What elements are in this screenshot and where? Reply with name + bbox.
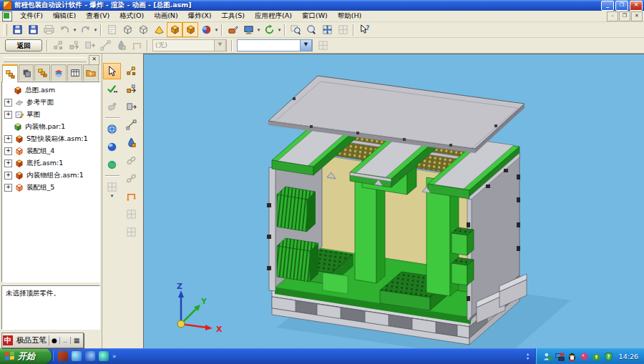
shaded-edges-view-button[interactable] [182, 22, 198, 37]
tree-row-base-asm[interactable]: 底托.asm:1 [3, 157, 99, 169]
shaded-sphere-button[interactable] [103, 139, 121, 155]
refresh-view-button[interactable] [261, 22, 277, 37]
redo-dropdown[interactable] [93, 23, 98, 36]
drop-part-button[interactable] [122, 134, 140, 151]
save-button[interactable] [9, 22, 25, 37]
ime-keyboard-icon[interactable] [71, 337, 82, 344]
menu-view[interactable]: 查看(V) [81, 11, 114, 21]
more-tools-button[interactable] [103, 179, 121, 195]
expander-icon[interactable] [4, 99, 12, 107]
tree-row-group4[interactable]: 装配组_4 [3, 145, 99, 157]
erase-button[interactable] [103, 99, 121, 115]
tree-row-box-asm[interactable]: S型快装箱体.asm:1 [3, 133, 99, 145]
configuration-combo[interactable]: (无) [152, 39, 227, 51]
menu-tools[interactable]: 工具(S) [217, 11, 250, 21]
ime-mode-button[interactable]: 中 [3, 335, 13, 345]
collapse-button[interactable] [122, 117, 140, 133]
expander-icon[interactable] [4, 111, 12, 119]
zoom-area-button[interactable] [288, 22, 303, 37]
browser-globe-icon[interactable] [99, 351, 109, 361]
fit-view-button[interactable] [319, 22, 335, 37]
tool-settings-button[interactable] [225, 22, 240, 37]
expander-icon[interactable] [4, 147, 12, 155]
named-views-dropdown[interactable] [256, 23, 261, 36]
tab-layers[interactable] [51, 64, 67, 81]
wireframe-view-button[interactable] [119, 22, 135, 37]
explode-option-2-button[interactable] [66, 38, 82, 53]
explode-option-3-button[interactable] [82, 38, 97, 53]
validate-button[interactable] [103, 81, 121, 97]
render-sphere-button[interactable] [198, 22, 214, 37]
print-button[interactable] [41, 22, 57, 37]
context-help-button[interactable] [356, 22, 372, 37]
taskbar-scroll-arrows-icon[interactable] [524, 352, 535, 360]
tree-row-contents-group[interactable]: 内装物组合.asm:1 [3, 169, 99, 182]
expander-icon[interactable] [4, 172, 12, 179]
explode-option-4-button[interactable] [97, 38, 113, 53]
named-views-button[interactable] [240, 22, 256, 37]
document-icon[interactable] [2, 11, 12, 21]
selection-combo-arrow[interactable] [300, 39, 312, 51]
close-button[interactable] [630, 1, 643, 11]
expander-icon[interactable] [4, 135, 12, 143]
mdi-minimize-button[interactable] [607, 11, 618, 21]
tab-library-help[interactable] [83, 64, 99, 81]
menu-window[interactable]: 窗口(W) [297, 11, 333, 21]
refresh-dropdown[interactable] [277, 23, 282, 36]
edgebar-close-icon[interactable] [89, 55, 99, 65]
wedge-view-button[interactable] [151, 22, 167, 37]
minimize-button[interactable] [601, 1, 614, 11]
grid-option-2-button[interactable] [122, 224, 140, 240]
tree-row-root[interactable]: 总图.asm [3, 84, 99, 97]
tree-row-contents-part[interactable]: 内装物.par:1 [3, 121, 99, 133]
selection-combo[interactable] [237, 39, 313, 51]
wireframe-sphere-button[interactable] [103, 121, 121, 137]
edgebar-grip[interactable] [4, 57, 87, 62]
return-button[interactable]: 返回 [5, 39, 42, 51]
explode-option-6-button[interactable] [129, 38, 145, 53]
start-button[interactable]: 开始 [0, 348, 52, 364]
internet-explorer-icon[interactable] [72, 351, 82, 361]
mdi-restore-button[interactable] [619, 11, 630, 21]
rendered-sphere-button[interactable] [103, 157, 121, 173]
tree-row-ref-planes[interactable]: 参考平面 [3, 97, 99, 109]
tree-row-group5[interactable]: 装配组_5 [3, 182, 99, 194]
render-dropdown[interactable] [214, 23, 219, 36]
configuration-combo-arrow[interactable] [214, 39, 226, 51]
bind-button[interactable] [122, 152, 140, 169]
apply-button[interactable] [315, 38, 331, 53]
tree-row-sketch[interactable]: 草图 [3, 109, 99, 121]
ime-name-label[interactable]: 极品五笔 [14, 335, 49, 345]
tab-family[interactable] [34, 64, 50, 81]
mdi-close-button[interactable] [631, 11, 643, 21]
reposition-button[interactable] [122, 99, 140, 115]
undo-button[interactable] [57, 22, 72, 37]
explode-part-button[interactable] [122, 81, 140, 97]
toolbar-grip[interactable] [4, 24, 7, 36]
tab-library[interactable] [19, 64, 34, 81]
tray-network-disconnected-icon[interactable] [555, 352, 565, 361]
expander-icon[interactable] [4, 184, 12, 192]
unbind-button[interactable] [122, 170, 140, 187]
menu-explode[interactable]: 爆炸(X) [183, 11, 217, 21]
zoom-button[interactable] [303, 22, 319, 37]
explode-option-1-button[interactable] [50, 38, 66, 53]
messenger-icon[interactable] [85, 351, 95, 361]
shaded-view-button[interactable] [167, 22, 182, 37]
tray-qq-icon[interactable] [567, 352, 577, 361]
model-viewport[interactable]: Z Y X [143, 54, 644, 348]
tray-shield-icon[interactable] [604, 352, 613, 361]
quick-launch-app-icon[interactable] [58, 351, 68, 361]
tab-sensors[interactable] [67, 64, 83, 81]
select-tool-button[interactable] [103, 63, 121, 79]
ime-punctuation-icon[interactable] [60, 337, 71, 344]
expander-icon[interactable] [4, 159, 12, 167]
menu-applications[interactable]: 应用程序(A) [250, 11, 297, 21]
menu-file[interactable]: 文件(F) [15, 11, 48, 21]
save-as-button[interactable] [25, 22, 41, 37]
redo-button[interactable] [77, 22, 93, 37]
auto-explode-button[interactable] [122, 63, 140, 79]
grid-option-button[interactable] [122, 206, 140, 222]
tray-user-icon[interactable] [543, 352, 552, 361]
menu-format[interactable]: 格式(O) [114, 11, 149, 21]
